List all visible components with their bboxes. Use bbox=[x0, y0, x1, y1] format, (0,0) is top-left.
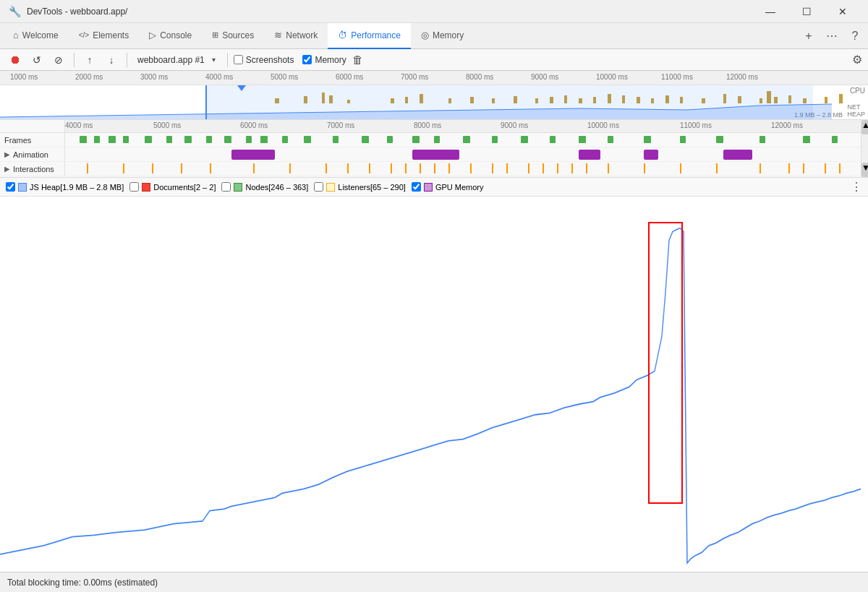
nodes-color bbox=[234, 183, 242, 192]
scrollbar-thumb-down[interactable]: ▼ bbox=[861, 163, 868, 177]
documents-color bbox=[142, 183, 150, 192]
frame-bar-11 bbox=[260, 136, 268, 143]
trash-button[interactable]: 🗑 bbox=[352, 53, 363, 66]
title-text: DevTools - webboard.app/ bbox=[27, 7, 748, 17]
frame-bar-23 bbox=[579, 136, 586, 143]
frame-bar-8 bbox=[206, 136, 212, 143]
memory-tab-icon: ◎ bbox=[421, 30, 429, 40]
int-bar-21 bbox=[557, 163, 558, 173]
overview-section: 1000 ms 2000 ms 3000 ms 4000 ms 5000 ms … bbox=[0, 71, 868, 120]
nodes-checkbox[interactable] bbox=[221, 182, 231, 192]
anim-bar-4 bbox=[644, 150, 658, 160]
int-bar-4 bbox=[181, 163, 182, 173]
memory-checkbox[interactable] bbox=[302, 55, 312, 64]
tick-9000: 9000 ms bbox=[531, 73, 558, 81]
animation-expand[interactable]: ▶ bbox=[4, 150, 10, 158]
int-bar-6 bbox=[253, 163, 255, 173]
js-heap-label: JS Heap[1.9 MB – 2.8 MB] bbox=[30, 183, 124, 192]
tab-sources-label: Sources bbox=[222, 30, 254, 40]
tick-11000: 11000 ms bbox=[661, 73, 693, 81]
legend-nodes[interactable]: Nodes[246 – 363] bbox=[221, 182, 308, 192]
settings-button[interactable]: ⚙ bbox=[852, 53, 862, 67]
int-bar-10 bbox=[369, 163, 370, 173]
network-icon: ≋ bbox=[274, 30, 282, 40]
screenshots-checkbox-label[interactable]: Screenshots bbox=[234, 55, 294, 65]
memory-chart-area bbox=[0, 197, 868, 572]
tab-sources[interactable]: ⊞ Sources bbox=[202, 23, 264, 49]
frame-bar-21 bbox=[521, 136, 528, 143]
more-menu-button[interactable]: ⋯ bbox=[822, 26, 842, 46]
tick-7000: 7000 ms bbox=[401, 73, 428, 81]
gpu-memory-checkbox[interactable] bbox=[412, 182, 421, 192]
minimize-button[interactable]: — bbox=[754, 0, 787, 23]
tick-5000: 5000 ms bbox=[271, 73, 298, 81]
int-bar-32 bbox=[839, 163, 841, 173]
tick-10000: 10000 ms bbox=[596, 73, 628, 81]
legend-js-heap[interactable]: JS Heap[1.9 MB – 2.8 MB] bbox=[6, 182, 124, 192]
scrollbar-thumb-up[interactable]: ▲ bbox=[861, 120, 868, 134]
add-tab-button[interactable]: + bbox=[799, 26, 819, 46]
elements-icon: </> bbox=[79, 31, 89, 39]
int-bar-5 bbox=[210, 163, 211, 173]
tab-console[interactable]: ▷ Console bbox=[139, 23, 202, 49]
memory-checkbox-label[interactable]: Memory bbox=[302, 55, 346, 65]
frames-content bbox=[65, 133, 868, 147]
memory-more-button[interactable]: ⋮ bbox=[851, 180, 862, 194]
tab-elements[interactable]: </> Elements bbox=[69, 23, 140, 49]
tab-memory-label: Memory bbox=[433, 30, 464, 40]
memory-chart-svg bbox=[0, 197, 868, 572]
clear-button[interactable]: ⊘ bbox=[49, 51, 68, 69]
int-bar-20 bbox=[542, 163, 544, 173]
legend-gpu-memory[interactable]: GPU Memory bbox=[412, 182, 484, 192]
interactions-content bbox=[65, 162, 868, 176]
timeline-section: 4000 ms 5000 ms 6000 ms 7000 ms 8000 ms … bbox=[0, 120, 868, 178]
frame-bar-5 bbox=[145, 136, 152, 143]
tab-console-label: Console bbox=[160, 30, 192, 40]
main-area: 1000 ms 2000 ms 3000 ms 4000 ms 5000 ms … bbox=[0, 71, 868, 572]
gpu-memory-color bbox=[424, 183, 433, 192]
screenshots-label: Screenshots bbox=[246, 55, 294, 65]
tab-welcome[interactable]: ⌂ Welcome bbox=[3, 23, 69, 49]
tl-tick-12000: 12000 ms bbox=[771, 121, 803, 129]
legend-documents[interactable]: Documents[2 – 2] bbox=[129, 182, 216, 192]
help-button[interactable]: ? bbox=[845, 26, 865, 46]
refresh-record-button[interactable]: ↺ bbox=[27, 51, 46, 69]
welcome-icon: ⌂ bbox=[13, 30, 19, 40]
int-bar-28 bbox=[760, 163, 761, 173]
frame-bar-19 bbox=[463, 136, 470, 143]
gpu-memory-label: GPU Memory bbox=[435, 183, 484, 192]
close-button[interactable]: ✕ bbox=[826, 0, 859, 23]
tick-4000: 4000 ms bbox=[205, 73, 233, 81]
tab-bar-end: + ⋯ ? bbox=[799, 26, 865, 46]
screenshots-checkbox[interactable] bbox=[234, 55, 243, 64]
interactions-expand[interactable]: ▶ bbox=[4, 165, 10, 173]
download-button[interactable]: ↓ bbox=[102, 51, 121, 69]
frame-bar-14 bbox=[333, 136, 339, 143]
timeline-scrollbar[interactable]: ▲ ▼ bbox=[861, 120, 868, 177]
frame-bar-2 bbox=[94, 136, 100, 143]
int-bar-8 bbox=[326, 163, 327, 173]
scrubber-handle[interactable] bbox=[237, 85, 246, 91]
frame-bar-26 bbox=[680, 136, 686, 143]
tab-network[interactable]: ≋ Network bbox=[264, 23, 328, 49]
documents-checkbox[interactable] bbox=[129, 182, 139, 192]
frame-bar-20 bbox=[492, 136, 498, 143]
frame-bar-28 bbox=[760, 136, 765, 143]
tl-tick-7000: 7000 ms bbox=[327, 121, 354, 129]
legend-listeners[interactable]: Listeners[65 – 290] bbox=[314, 182, 406, 192]
upload-button[interactable]: ↑ bbox=[80, 51, 99, 69]
memory-checkbox-label: Memory bbox=[315, 55, 346, 65]
dropdown-arrow[interactable]: ▾ bbox=[212, 56, 216, 64]
int-bar-26 bbox=[680, 163, 681, 173]
maximize-button[interactable]: ☐ bbox=[790, 0, 823, 23]
cpu-label: CPU bbox=[850, 87, 865, 95]
overview-selection[interactable] bbox=[205, 85, 813, 120]
record-button[interactable]: ⏺ bbox=[6, 51, 25, 69]
tab-welcome-label: Welcome bbox=[22, 30, 59, 40]
js-heap-checkbox[interactable] bbox=[6, 182, 15, 192]
listeners-checkbox[interactable] bbox=[314, 182, 323, 192]
status-bar: Total blocking time: 0.00ms (estimated) bbox=[0, 572, 868, 592]
tab-memory[interactable]: ◎ Memory bbox=[411, 23, 474, 49]
toolbar-separator-2 bbox=[127, 53, 127, 67]
tab-performance[interactable]: ⏱ Performance bbox=[328, 23, 411, 49]
